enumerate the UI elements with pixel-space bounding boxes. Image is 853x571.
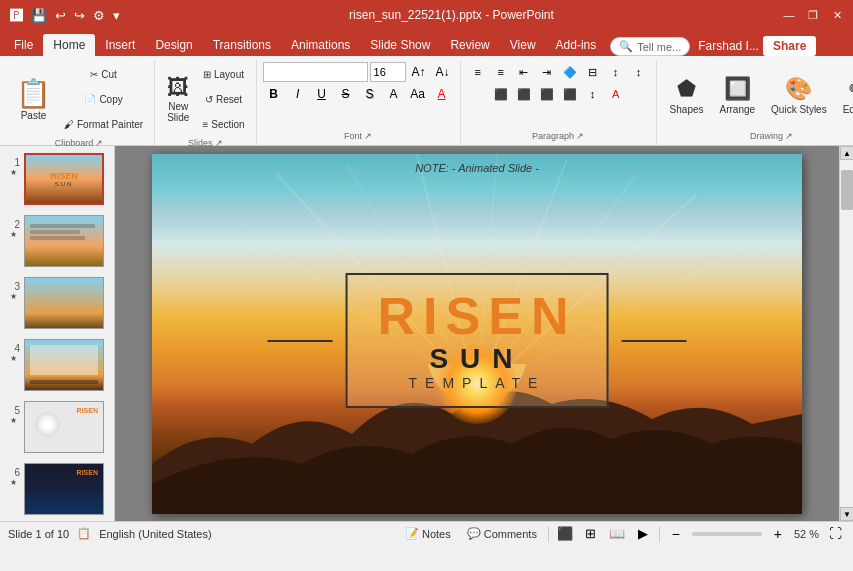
layout-button[interactable]: ⊞ Layout [197,62,249,86]
slide-thumb-3[interactable]: 3 ★ [4,275,110,331]
strikethrough-button[interactable]: S [335,84,357,104]
decrease-font-button[interactable]: A↓ [432,62,454,82]
tell-me-input[interactable]: 🔍 Tell me... [610,37,690,56]
format-painter-button[interactable]: 🖌 Format Painter [59,112,148,136]
slide-thumbnail-5[interactable]: RISEN [24,401,104,453]
change-case-button[interactable]: Aa [407,84,429,104]
slide-thumb-6[interactable]: 6 ★ RISEN [4,461,110,517]
slide-thumb-4[interactable]: 4 ★ [4,337,110,393]
qa-dropdown-icon[interactable]: ▾ [111,6,122,25]
align-text-button[interactable]: ↕ [628,62,650,82]
font-name-input[interactable] [263,62,368,82]
new-slide-button[interactable]: 🖼 New Slide [161,69,195,129]
customize-icon[interactable]: ⚙ [91,6,107,25]
slide-number-1: 1 [6,157,20,168]
comments-button[interactable]: 💬 Comments [462,525,542,542]
smart-art-button[interactable]: 🔷 [559,62,581,82]
italic-button[interactable]: I [287,84,309,104]
arrange-button[interactable]: 🔲 Arrange [713,67,763,125]
shapes-icon: ⬟ [677,76,696,102]
slide-thumb-1[interactable]: 1 ★ RISEN SUN [4,151,110,207]
slide-thumb-5[interactable]: 5 ★ RISEN [4,399,110,455]
slide-thumbnail-2[interactable] [24,215,104,267]
section-button[interactable]: ≡ Section [197,112,249,136]
align-center-button[interactable]: ⬛ [513,84,535,104]
fit-slide-button[interactable]: ⛶ [825,524,845,544]
increase-indent-button[interactable]: ⇥ [536,62,558,82]
slide-thumbnail-4[interactable] [24,339,104,391]
tab-slideshow[interactable]: Slide Show [360,34,440,56]
justify-button[interactable]: ⬛ [559,84,581,104]
reset-button[interactable]: ↺ Reset [197,87,249,111]
powerpoint-logo-icon: 🅿 [8,6,25,25]
scroll-thumb[interactable] [841,170,853,210]
slide-thumbnail-3[interactable] [24,277,104,329]
editing-button[interactable]: ✏ Editing [836,67,853,125]
slide-canvas[interactable]: NOTE: - Animated Slide - RISEN SUN TEMPL… [152,154,802,514]
tab-animations[interactable]: Animations [281,34,360,56]
save-icon[interactable]: 💾 [29,6,49,25]
format-painter-icon: 🖌 [64,119,74,130]
font-expand-icon[interactable]: ↗ [364,131,372,141]
tab-transitions[interactable]: Transitions [203,34,281,56]
font-label: Font ↗ [263,129,454,143]
scroll-down-button[interactable]: ▼ [840,507,853,521]
tab-review[interactable]: Review [440,34,499,56]
bullets-button[interactable]: ≡ [467,62,489,82]
share-button[interactable]: Share [763,36,816,56]
para-expand-icon[interactable]: ↗ [576,131,584,141]
scroll-up-button[interactable]: ▲ [840,146,853,160]
outline-view-button[interactable]: ⊞ [581,524,601,544]
tab-insert[interactable]: Insert [95,34,145,56]
increase-font-button[interactable]: A↑ [408,62,430,82]
undo-icon[interactable]: ↩ [53,6,68,25]
main-area: 1 ★ RISEN SUN 2 ★ [0,146,853,521]
clear-format-button[interactable]: A [383,84,405,104]
reading-view-button[interactable]: 📖 [607,524,627,544]
numbering-button[interactable]: ≡ [490,62,512,82]
normal-view-button[interactable]: ⬛ [555,524,575,544]
tab-addins[interactable]: Add-ins [546,34,607,56]
slide-center-box[interactable]: RISEN SUN TEMPLATE [346,272,609,408]
line-spacing-button[interactable]: ↕ [582,84,604,104]
slide-show-button[interactable]: ▶ [633,524,653,544]
slide-thumbnail-6[interactable]: RISEN [24,463,104,515]
notes-button[interactable]: 📝 Notes [400,525,456,542]
columns-button[interactable]: ⊟ [582,62,604,82]
tab-file[interactable]: File [4,34,43,56]
close-button[interactable]: ✕ [829,7,845,23]
copy-button[interactable]: 📄 Copy [59,87,148,111]
tab-home[interactable]: Home [43,34,95,56]
align-left-button[interactable]: ⬛ [490,84,512,104]
redo-icon[interactable]: ↪ [72,6,87,25]
bold-button[interactable]: B [263,84,285,104]
shadow-button[interactable]: S [359,84,381,104]
slide-thumbnail-1[interactable]: RISEN SUN [24,153,104,205]
shapes-button[interactable]: ⬟ Shapes [663,67,711,125]
font-size-input[interactable] [370,62,406,82]
window-title: risen_sun_22521(1).pptx - PowerPoint [122,8,781,22]
minimize-button[interactable]: — [781,7,797,23]
decrease-indent-button[interactable]: ⇤ [513,62,535,82]
zoom-slider[interactable] [692,532,762,536]
tab-view[interactable]: View [500,34,546,56]
cut-button[interactable]: ✂ Cut [59,62,148,86]
quick-styles-button[interactable]: 🎨 Quick Styles [764,67,834,125]
slide-star-1: ★ [10,168,17,177]
align-right-button[interactable]: ⬛ [536,84,558,104]
tab-design[interactable]: Design [145,34,202,56]
paragraph-label: Paragraph ↗ [467,129,650,143]
quick-styles-icon: 🎨 [785,76,812,102]
paste-button[interactable]: 📋 Paste [10,69,57,129]
underline-button[interactable]: U [311,84,333,104]
text-direction-button[interactable]: ↕ [605,62,627,82]
drawing-expand-icon[interactable]: ↗ [785,131,793,141]
para-color-button[interactable]: A [605,84,627,104]
font-color-button[interactable]: A [431,84,453,104]
font-format-row: B I U S S A Aa A [263,84,453,104]
slide-thumb-2[interactable]: 2 ★ [4,213,110,269]
restore-button[interactable]: ❐ [805,7,821,23]
user-name[interactable]: Farshad I... [698,39,759,53]
zoom-in-button[interactable]: + [768,524,788,544]
zoom-out-button[interactable]: − [666,524,686,544]
